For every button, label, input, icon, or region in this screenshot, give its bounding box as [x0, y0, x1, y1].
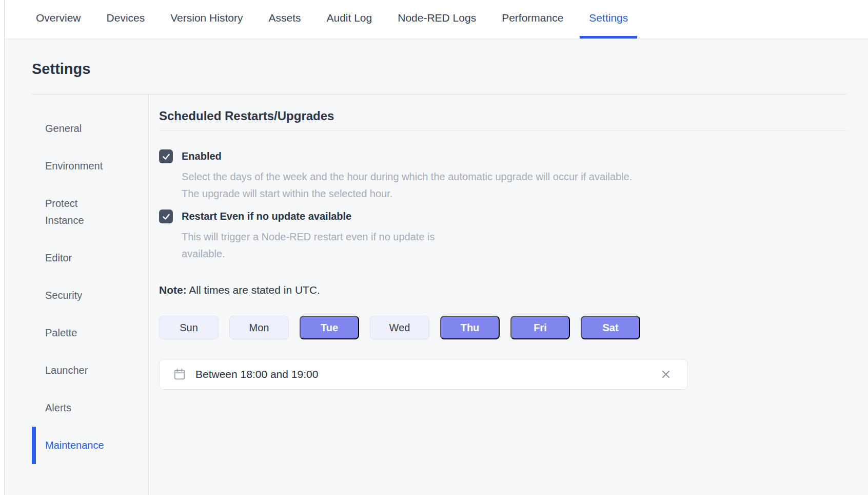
time-range-value: Between 18:00 and 19:00 — [195, 368, 318, 380]
restart-checkbox[interactable] — [159, 210, 173, 223]
enabled-checkbox-row: Enabled — [159, 149, 846, 163]
page-left-edge — [0, 0, 5, 495]
sidebar-item-security[interactable]: Security — [32, 277, 148, 314]
tab-performance[interactable]: Performance — [492, 0, 573, 39]
sidebar-item-environment[interactable]: Environment — [32, 147, 148, 185]
maintenance-panel: Scheduled Restarts/Upgrades Enabled Sele… — [149, 94, 846, 495]
check-icon — [162, 152, 171, 161]
settings-sidebar: General Environment Protect Instance Edi… — [32, 94, 149, 495]
tab-assets[interactable]: Assets — [259, 0, 310, 39]
sidebar-item-protect-instance[interactable]: Protect Instance — [32, 185, 148, 239]
sidebar-item-editor[interactable]: Editor — [32, 239, 148, 277]
day-button-thu[interactable]: Thu — [440, 316, 500, 339]
clear-time-button[interactable] — [658, 366, 674, 383]
tab-bar: Overview Devices Version History Assets … — [5, 0, 868, 39]
day-button-sun[interactable]: Sun — [159, 316, 219, 339]
tab-audit-log[interactable]: Audit Log — [317, 0, 381, 39]
settings-body: General Environment Protect Instance Edi… — [32, 94, 846, 495]
page-title: Settings — [32, 61, 846, 78]
enabled-checkbox-label: Enabled — [182, 150, 222, 162]
enabled-checkbox[interactable] — [159, 149, 173, 163]
tab-overview[interactable]: Overview — [27, 0, 90, 39]
utc-note-label: Note: — [159, 284, 187, 296]
sidebar-item-general[interactable]: General — [32, 110, 148, 147]
instance-settings-page: Overview Devices Version History Assets … — [0, 0, 868, 495]
utc-note-text: All times are stated in UTC. — [187, 284, 320, 296]
check-icon — [162, 212, 171, 221]
sidebar-item-launcher[interactable]: Launcher — [32, 352, 148, 389]
day-button-fri[interactable]: Fri — [510, 316, 570, 339]
utc-note: Note: All times are stated in UTC. — [159, 284, 846, 296]
restart-description: This will trigger a Node-RED restart eve… — [182, 229, 479, 262]
restart-checkbox-label: Restart Even if no update available — [182, 211, 351, 222]
sidebar-item-alerts[interactable]: Alerts — [32, 389, 148, 427]
restart-checkbox-row: Restart Even if no update available — [159, 210, 846, 223]
day-button-tue[interactable]: Tue — [300, 316, 359, 339]
settings-content: Settings General Environment Protect Ins… — [5, 39, 868, 495]
section-title: Scheduled Restarts/Upgrades — [159, 109, 846, 131]
tab-node-red-logs[interactable]: Node-RED Logs — [388, 0, 485, 39]
tab-devices[interactable]: Devices — [97, 0, 154, 39]
day-selector: Sun Mon Tue Wed Thu Fri Sat — [159, 316, 846, 339]
calendar-icon — [173, 368, 186, 381]
tab-version-history[interactable]: Version History — [161, 0, 252, 39]
sidebar-item-maintenance[interactable]: Maintenance — [32, 427, 148, 464]
day-button-sat[interactable]: Sat — [581, 316, 640, 339]
close-icon — [660, 368, 672, 380]
enabled-description: Select the days of the week and the hour… — [182, 168, 633, 202]
sidebar-item-palette[interactable]: Palette — [32, 314, 148, 352]
day-button-wed[interactable]: Wed — [370, 316, 429, 339]
tab-settings[interactable]: Settings — [580, 0, 637, 39]
time-range-field[interactable]: Between 18:00 and 19:00 — [159, 359, 688, 390]
day-button-mon[interactable]: Mon — [229, 316, 289, 339]
